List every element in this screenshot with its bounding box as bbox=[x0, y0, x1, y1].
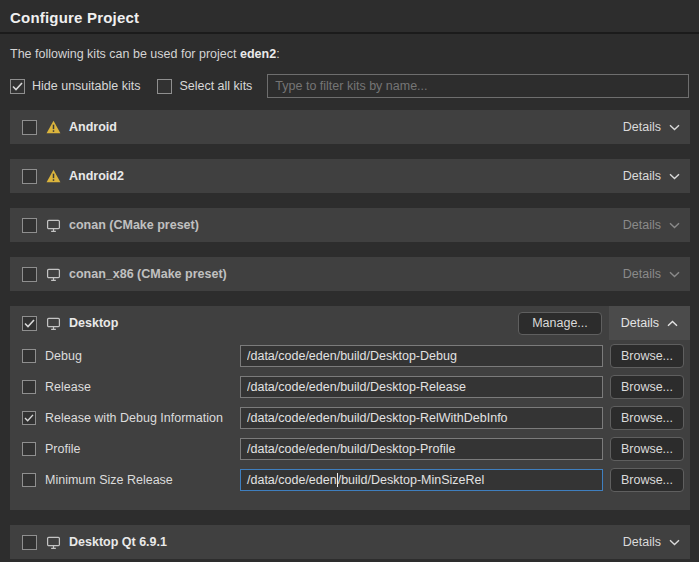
config-checkbox[interactable] bbox=[22, 473, 36, 487]
kit-name: conan (CMake preset) bbox=[69, 218, 199, 232]
browse-button[interactable]: Browse... bbox=[610, 437, 684, 461]
check-icon bbox=[12, 82, 23, 91]
build-config-row-debug: Debug Browse... bbox=[10, 340, 690, 371]
details-label: Details bbox=[623, 267, 661, 281]
config-checkbox[interactable] bbox=[22, 380, 36, 394]
details-toggle[interactable]: Details bbox=[609, 306, 690, 340]
hide-unsuitable-label: Hide unsuitable kits bbox=[32, 79, 140, 93]
kit-panel-desktop: Desktop Manage... Details Debug Browse..… bbox=[10, 306, 690, 510]
chevron-down-icon bbox=[669, 539, 680, 546]
browse-button[interactable]: Browse... bbox=[610, 406, 684, 430]
details-label: Details bbox=[623, 169, 661, 183]
build-dir-input[interactable] bbox=[240, 345, 603, 367]
kit-row-desktop[interactable]: Desktop Manage... Details bbox=[10, 306, 690, 340]
details-label: Details bbox=[623, 120, 661, 134]
select-all-checkbox[interactable] bbox=[157, 79, 172, 94]
kit-row-android2[interactable]: Android2 Details bbox=[10, 159, 690, 193]
path-text-before-caret: /data/code/eden bbox=[247, 473, 337, 487]
hide-unsuitable-kits-option[interactable]: Hide unsuitable kits bbox=[10, 79, 140, 94]
manage-kits-button[interactable]: Manage... bbox=[518, 312, 602, 335]
kit-name: Android bbox=[69, 120, 117, 134]
check-icon bbox=[24, 414, 34, 422]
config-label: Profile bbox=[45, 442, 240, 456]
kit-filter-input[interactable] bbox=[267, 74, 689, 98]
monitor-icon bbox=[46, 218, 61, 233]
build-config-row-release: Release Browse... bbox=[10, 371, 690, 402]
details-toggle: Details bbox=[613, 257, 690, 291]
build-dir-input[interactable] bbox=[240, 376, 603, 398]
details-toggle: Details bbox=[613, 208, 690, 242]
config-checkbox[interactable] bbox=[22, 411, 36, 425]
details-label: Details bbox=[623, 218, 661, 232]
kit-checkbox[interactable] bbox=[22, 267, 37, 282]
config-label: Minimum Size Release bbox=[45, 473, 240, 487]
kit-row-desktop-qt-691[interactable]: Desktop Qt 6.9.1 Details bbox=[10, 525, 690, 559]
browse-button[interactable]: Browse... bbox=[610, 468, 684, 492]
chevron-down-icon bbox=[669, 124, 680, 131]
browse-button[interactable]: Browse... bbox=[610, 375, 684, 399]
monitor-icon bbox=[46, 267, 61, 282]
chevron-down-icon bbox=[669, 271, 680, 278]
kit-row-conan-x86[interactable]: conan_x86 (CMake preset) Details bbox=[10, 257, 690, 291]
details-toggle[interactable]: Details bbox=[613, 525, 690, 559]
kit-name: conan_x86 (CMake preset) bbox=[69, 267, 227, 281]
build-dir-input[interactable] bbox=[240, 407, 603, 429]
kit-name: Android2 bbox=[69, 169, 124, 183]
monitor-icon bbox=[46, 316, 61, 331]
kit-row-conan[interactable]: conan (CMake preset) Details bbox=[10, 208, 690, 242]
config-checkbox[interactable] bbox=[22, 349, 36, 363]
config-label: Release bbox=[45, 380, 240, 394]
build-dir-input[interactable]: /data/code/eden/build/Desktop-MinSizeRel bbox=[240, 469, 603, 491]
select-all-label: Select all kits bbox=[179, 79, 252, 93]
build-config-row-relwithdebinfo: Release with Debug Information Browse... bbox=[10, 402, 690, 433]
kit-checkbox[interactable] bbox=[22, 218, 37, 233]
details-label: Details bbox=[623, 535, 661, 549]
kit-list: Android Details Android2 Details conan (… bbox=[10, 110, 690, 559]
page-title: Configure Project bbox=[10, 9, 689, 26]
kit-filter-bar: Hide unsuitable kits Select all kits bbox=[10, 74, 689, 98]
project-name: eden2 bbox=[240, 47, 276, 61]
kit-checkbox[interactable] bbox=[22, 120, 37, 135]
warning-icon bbox=[46, 169, 61, 183]
monitor-icon bbox=[46, 535, 61, 550]
intro-suffix: : bbox=[276, 47, 279, 61]
page-header: Configure Project bbox=[0, 0, 699, 34]
kit-name: Desktop bbox=[69, 316, 118, 330]
details-label: Details bbox=[621, 316, 659, 330]
warning-icon bbox=[46, 120, 61, 134]
details-toggle[interactable]: Details bbox=[613, 159, 690, 193]
build-dir-input[interactable] bbox=[240, 438, 603, 460]
browse-button[interactable]: Browse... bbox=[610, 344, 684, 368]
select-all-kits-option[interactable]: Select all kits bbox=[157, 79, 252, 94]
config-label: Release with Debug Information bbox=[45, 411, 240, 425]
kits-intro-text: The following kits can be used for proje… bbox=[10, 47, 689, 61]
kit-checkbox[interactable] bbox=[22, 169, 37, 184]
check-icon bbox=[24, 319, 35, 328]
kit-row-android[interactable]: Android Details bbox=[10, 110, 690, 144]
kit-checkbox[interactable] bbox=[22, 535, 37, 550]
intro-prefix: The following kits can be used for proje… bbox=[10, 47, 240, 61]
chevron-down-icon bbox=[669, 173, 680, 180]
hide-unsuitable-checkbox[interactable] bbox=[10, 79, 25, 94]
path-text-after-caret: /build/Desktop-MinSizeRel bbox=[338, 473, 485, 487]
details-toggle[interactable]: Details bbox=[613, 110, 690, 144]
kit-name: Desktop Qt 6.9.1 bbox=[69, 535, 167, 549]
config-label: Debug bbox=[45, 349, 240, 363]
kit-checkbox[interactable] bbox=[22, 316, 37, 331]
build-config-row-minsizerel: Minimum Size Release /data/code/eden/bui… bbox=[10, 464, 690, 495]
config-checkbox[interactable] bbox=[22, 442, 36, 456]
chevron-up-icon bbox=[667, 320, 678, 327]
chevron-down-icon bbox=[669, 222, 680, 229]
build-config-row-profile: Profile Browse... bbox=[10, 433, 690, 464]
